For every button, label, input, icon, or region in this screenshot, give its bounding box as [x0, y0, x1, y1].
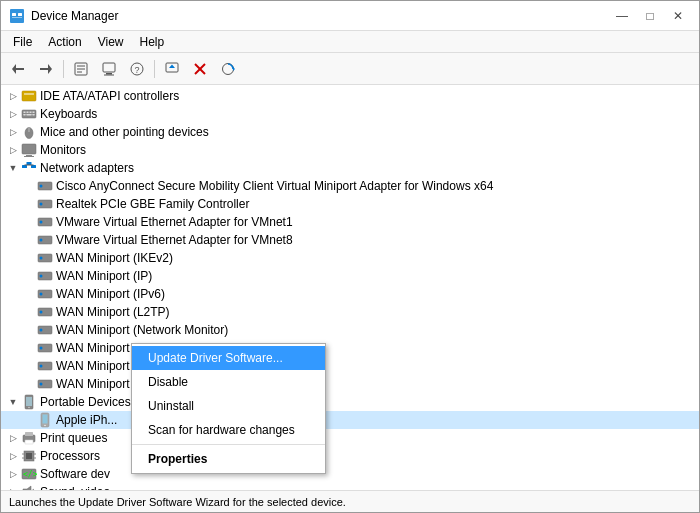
processors-label: Processors — [40, 449, 100, 463]
mice-label: Mice and other pointing devices — [40, 125, 209, 139]
menu-view[interactable]: View — [90, 33, 132, 51]
scan-button[interactable] — [215, 57, 241, 81]
vmware1-icon — [37, 214, 53, 230]
main-area: ▷ IDE ATA/ATAPI controllers ▷ Keyboards … — [1, 85, 699, 490]
tree-item-wan-ipv6[interactable]: WAN Miniport (IPv6) — [1, 285, 699, 303]
expand-arrow-software-dev[interactable]: ▷ — [5, 466, 21, 482]
expand-arrow-print[interactable]: ▷ — [5, 430, 21, 446]
svg-rect-0 — [10, 9, 24, 23]
svg-rect-37 — [24, 156, 34, 157]
expand-arrow-network[interactable]: ▼ — [5, 160, 21, 176]
portable-label: Portable Devices — [40, 395, 131, 409]
tree-item-wan-ip[interactable]: WAN Miniport (IP) — [1, 267, 699, 285]
svg-rect-36 — [26, 155, 32, 156]
tree-item-network[interactable]: ▼ Network adapters — [1, 159, 699, 177]
tree-item-monitors[interactable]: ▷ Monitors — [1, 141, 699, 159]
ctx-scan[interactable]: Scan for hardware changes — [132, 418, 325, 442]
wan-ikev2-icon — [37, 250, 53, 266]
svg-text:</>: </> — [23, 470, 37, 479]
tree-item-realtek[interactable]: Realtek PCIe GBE Family Controller — [1, 195, 699, 213]
update-driver-button[interactable] — [159, 57, 185, 81]
svg-point-56 — [40, 293, 43, 296]
svg-rect-32 — [33, 114, 35, 116]
menu-file[interactable]: File — [5, 33, 40, 51]
tree-item-vmware1[interactable]: VMware Virtual Ethernet Adapter for VMne… — [1, 213, 699, 231]
uninstall-button[interactable] — [187, 57, 213, 81]
ide-label: IDE ATA/ATAPI controllers — [40, 89, 179, 103]
ctx-uninstall[interactable]: Uninstall — [132, 394, 325, 418]
tree-item-vmware8[interactable]: VMware Virtual Ethernet Adapter for VMne… — [1, 231, 699, 249]
tree-item-ide[interactable]: ▷ IDE ATA/ATAPI controllers — [1, 87, 699, 105]
tree-item-keyboards[interactable]: ▷ Keyboards — [1, 105, 699, 123]
tree-item-processors[interactable]: ▷ Processors — [1, 447, 699, 465]
tree-item-print[interactable]: ▷ Print queues — [1, 429, 699, 447]
svg-marker-84 — [23, 486, 31, 490]
minimize-button[interactable]: — — [609, 6, 635, 26]
svg-rect-74 — [25, 432, 33, 436]
properties-button[interactable] — [68, 57, 94, 81]
svg-rect-23 — [22, 91, 36, 101]
expand-arrow-monitors[interactable]: ▷ — [5, 142, 21, 158]
tree-item-cisco[interactable]: Cisco AnyConnect Secure Mobility Client … — [1, 177, 699, 195]
svg-marker-18 — [169, 64, 175, 68]
close-button[interactable]: ✕ — [665, 6, 691, 26]
back-button[interactable] — [5, 57, 31, 81]
maximize-button[interactable]: □ — [637, 6, 663, 26]
tree-item-wan-l2tp[interactable]: WAN Miniport (L2TP) — [1, 303, 699, 321]
device-tree[interactable]: ▷ IDE ATA/ATAPI controllers ▷ Keyboards … — [1, 85, 699, 490]
tree-item-apple-iphone[interactable]: Apple iPh... — [1, 411, 699, 429]
tree-item-wan-pptp[interactable]: WAN Miniport (PPTP) — [1, 357, 699, 375]
ctx-disable[interactable]: Disable — [132, 370, 325, 394]
menu-action[interactable]: Action — [40, 33, 89, 51]
tree-item-wan-sstp[interactable]: WAN Miniport (SSTP) — [1, 375, 699, 393]
processors-icon — [21, 448, 37, 464]
keyboard-icon — [21, 106, 37, 122]
svg-rect-27 — [27, 112, 29, 114]
help-button[interactable]: ? — [124, 57, 150, 81]
tree-item-portable[interactable]: ▼ Portable Devices — [1, 393, 699, 411]
wan-sstp-icon — [37, 376, 53, 392]
print-icon — [21, 430, 37, 446]
monitors-icon — [21, 142, 37, 158]
apple-iphone-label: Apple iPh... — [56, 413, 117, 427]
svg-rect-13 — [106, 73, 112, 75]
tree-item-wan-ikev2[interactable]: WAN Miniport (IKEv2) — [1, 249, 699, 267]
expand-arrow-sound-video[interactable]: ▷ — [5, 484, 21, 490]
wan-l2tp-label: WAN Miniport (L2TP) — [56, 305, 170, 319]
svg-rect-35 — [22, 144, 36, 154]
svg-marker-4 — [12, 64, 16, 74]
expand-arrow-portable[interactable]: ▼ — [5, 394, 21, 410]
forward-button[interactable] — [33, 57, 59, 81]
expand-arrow-mice[interactable]: ▷ — [5, 124, 21, 140]
realtek-label: Realtek PCIe GBE Family Controller — [56, 197, 249, 211]
tree-item-wan-pppoe[interactable]: WAN Miniport (PPPOE) — [1, 339, 699, 357]
svg-point-64 — [40, 365, 43, 368]
status-text: Launches the Update Driver Software Wiza… — [9, 496, 346, 508]
svg-point-48 — [40, 221, 43, 224]
svg-point-60 — [40, 329, 43, 332]
menu-help[interactable]: Help — [132, 33, 173, 51]
monitors-label: Monitors — [40, 143, 86, 157]
tree-item-software-dev[interactable]: ▷ </> Software dev — [1, 465, 699, 483]
expand-arrow-keyboards[interactable]: ▷ — [5, 106, 21, 122]
ctx-update-driver[interactable]: Update Driver Software... — [132, 346, 325, 370]
context-menu: Update Driver Software... Disable Uninst… — [131, 343, 326, 474]
svg-rect-28 — [30, 112, 32, 114]
tree-item-wan-monitor[interactable]: WAN Miniport (Network Monitor) — [1, 321, 699, 339]
ctx-properties[interactable]: Properties — [132, 447, 325, 471]
svg-text:?: ? — [135, 65, 140, 75]
network-icon — [21, 160, 37, 176]
expand-arrow-processors[interactable]: ▷ — [5, 448, 21, 464]
svg-point-50 — [40, 239, 43, 242]
svg-point-58 — [40, 311, 43, 314]
svg-rect-3 — [12, 17, 22, 18]
svg-rect-2 — [18, 13, 22, 16]
status-bar: Launches the Update Driver Software Wiza… — [1, 490, 699, 512]
tree-item-sound-video[interactable]: ▷ Sound, video — [1, 483, 699, 490]
svg-rect-14 — [104, 74, 114, 75]
expand-arrow-ide[interactable]: ▷ — [5, 88, 21, 104]
tree-item-mice[interactable]: ▷ Mice and other pointing devices — [1, 123, 699, 141]
computer-icon-button[interactable] — [96, 57, 122, 81]
svg-point-44 — [40, 185, 43, 188]
svg-point-69 — [28, 407, 30, 409]
